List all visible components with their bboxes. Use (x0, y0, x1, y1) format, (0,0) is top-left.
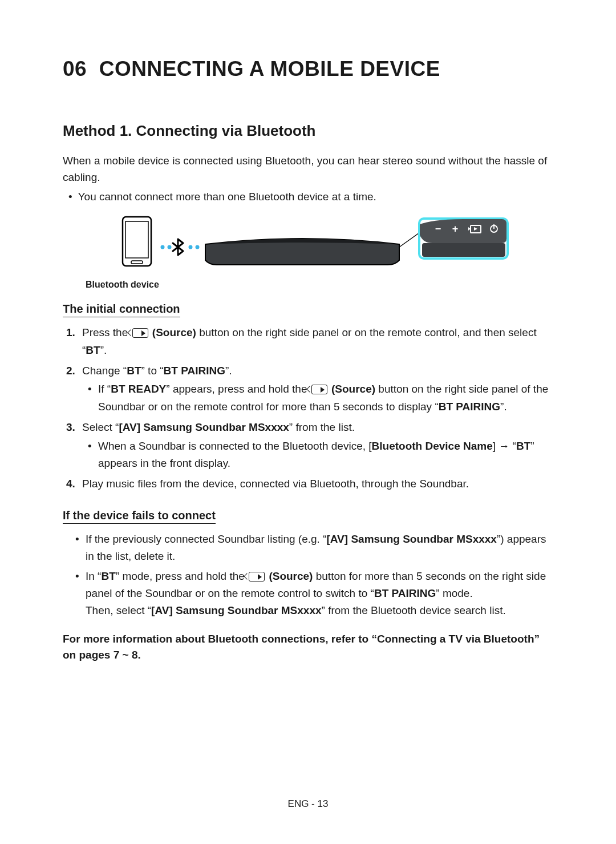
svg-line-7 (399, 233, 419, 247)
intro-paragraph: When a mobile device is connected using … (63, 152, 553, 186)
steps-list: Press the (Source) button on the right s… (63, 324, 553, 493)
step-3-sub: When a Soundbar is connected to the Blue… (82, 438, 553, 473)
diagram-caption: Bluetooth device (86, 280, 553, 290)
more-info-note: For more information about Bluetooth con… (63, 631, 553, 664)
fail-bullet-1: If the previously connected Soundbar lis… (86, 531, 553, 566)
step-4: Play music files from the device, connec… (63, 475, 553, 492)
svg-text:+: + (452, 223, 459, 235)
svg-rect-9 (422, 243, 505, 257)
svg-text:−: − (435, 223, 441, 235)
connection-diagram: − + (91, 216, 525, 273)
fail-bullet-2: In “BT” mode, press and hold the (Source… (86, 568, 553, 620)
page-footer: ENG - 13 (0, 798, 616, 810)
svg-point-6 (196, 245, 200, 249)
svg-rect-1 (125, 221, 148, 258)
chapter-number: 06 (63, 57, 87, 80)
step-3: Select “[AV] Samsung Soundbar MSxxxx” fr… (63, 419, 553, 472)
intro-bullet: You cannot connect more than one Bluetoo… (79, 188, 553, 205)
step-3-sub-bullet: When a Soundbar is connected to the Blue… (98, 438, 553, 473)
chapter-title: CONNECTING A MOBILE DEVICE (99, 57, 440, 80)
step-2: Change “BT” to “BT PAIRING”. If “BT READ… (63, 362, 553, 415)
svg-point-3 (161, 245, 165, 249)
intro-bullet-list: You cannot connect more than one Bluetoo… (63, 188, 553, 205)
svg-point-4 (168, 245, 172, 249)
method-heading: Method 1. Connecting via Bluetooth (63, 122, 553, 140)
subheading-initial: The initial connection (63, 302, 180, 317)
source-icon (311, 385, 327, 394)
source-icon (249, 572, 265, 581)
step-2-sub-bullet: If “BT READY” appears, press and hold th… (98, 381, 553, 415)
source-icon (132, 328, 148, 338)
step-1: Press the (Source) button on the right s… (63, 324, 553, 359)
fail-bullets: If the previously connected Soundbar lis… (63, 531, 553, 620)
subheading-fails: If the device fails to connect (63, 509, 216, 524)
svg-point-5 (189, 245, 193, 249)
step-2-sub: If “BT READY” appears, press and hold th… (82, 381, 553, 415)
chapter-heading: 06 CONNECTING A MOBILE DEVICE (63, 57, 553, 81)
